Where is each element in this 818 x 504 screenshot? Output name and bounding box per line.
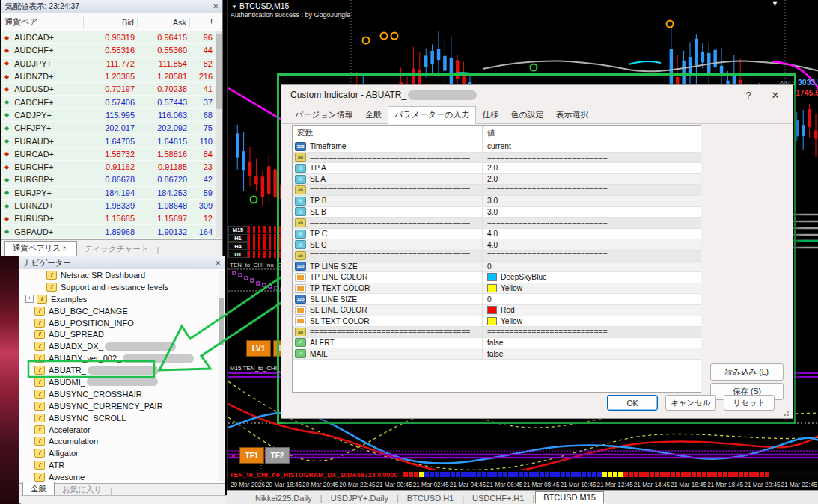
parameter-value[interactable]: Yellow <box>501 317 522 325</box>
close-icon[interactable]: ✕ <box>215 259 221 267</box>
market-watch-row[interactable]: ◆AUDNZD+1.203651.20581216 <box>1 70 222 83</box>
parameter-value[interactable]: 2.0 <box>487 164 498 172</box>
market-watch-row[interactable]: ◆GBPAUD+1.899681.90132164 <box>1 225 222 238</box>
market-watch-row[interactable]: ◆EURGBP+0.866780.8672042 <box>1 173 222 186</box>
parameter-value[interactable]: =========================== <box>487 186 608 194</box>
parameter-row[interactable]: ½TP C4.0 <box>293 229 701 240</box>
dialog-tab[interactable]: バージョン情報 <box>289 107 359 123</box>
parameter-value[interactable]: 3.0 <box>487 208 498 216</box>
navigator-item-abu-spread[interactable]: fABU_SPREAD <box>19 328 225 340</box>
parameter-row[interactable]: SL TEXT COLORYellow <box>293 316 701 328</box>
parameter-value[interactable]: false <box>487 350 504 358</box>
parameter-value[interactable]: 4.0 <box>487 230 498 238</box>
parameter-row[interactable]: ½SL B3.0 <box>293 207 701 218</box>
market-watch-row[interactable]: ◆AUDCAD+0.963190.9641596 <box>1 31 222 44</box>
parameter-value[interactable]: =========================== <box>487 328 608 336</box>
parameter-row[interactable]: TP TEXT COLORYellow <box>293 283 701 295</box>
navigator-item-alligator[interactable]: fAlligator <box>19 447 225 459</box>
parameter-value[interactable]: Yellow <box>501 284 522 292</box>
parameter-row[interactable]: ab======================================… <box>293 153 701 164</box>
parameter-row[interactable]: ½SL A2.0 <box>293 174 701 185</box>
market-watch-row[interactable]: ◆EURJPY+184.194184.25359 <box>1 187 222 200</box>
parameter-value[interactable]: DeepSkyBlue <box>501 273 547 281</box>
parameter-row[interactable]: ✓MAILfalse <box>293 348 701 360</box>
dialog-titlebar[interactable]: Custom Indicator - ABUATR_ ? ✕ <box>281 85 793 105</box>
parameter-value[interactable]: 3.0 <box>487 197 498 205</box>
parameter-row[interactable]: ✓ALERTfalse <box>293 338 701 349</box>
parameter-row[interactable]: ab======================================… <box>293 185 701 196</box>
parameter-row[interactable]: 123SL LINE SIZE0 <box>293 294 701 305</box>
close-icon[interactable]: ✕ <box>213 3 219 10</box>
market-watch-row[interactable]: ◆AUDJPY+111.772111.85482 <box>1 58 222 70</box>
market-watch-row[interactable]: ◆CADJPY+115.995116.06368 <box>1 109 222 122</box>
dialog-close-button[interactable]: ✕ <box>767 90 784 101</box>
navigator-scrollbar[interactable] <box>219 271 224 481</box>
market-watch-row[interactable]: ◆EURUSD+1.156851.1569712 <box>1 212 222 225</box>
col-bid[interactable]: Bid <box>84 18 138 27</box>
navigator-item-abu-bgc-change[interactable]: fABU_BGC_CHANGE <box>19 305 225 317</box>
navigator-item-support-and-resistance-levels[interactable]: fSupport and resistance levels <box>19 281 225 293</box>
chart-tab-usdjpy-daily[interactable]: USDJPY+.Daily <box>323 493 396 504</box>
col-spread[interactable]: ! <box>190 18 216 27</box>
expander-plus-icon[interactable]: + <box>25 295 34 303</box>
navigator-item-abudmi-[interactable]: fABUDMI_ <box>19 376 225 388</box>
parameter-row[interactable]: 123TP LINE SIZE0 <box>293 262 701 273</box>
parameter-row[interactable]: ½TP A2.0 <box>293 163 701 174</box>
tab-tick-chart[interactable]: ティックチャート <box>77 242 156 256</box>
resize-grip[interactable] <box>784 409 791 417</box>
parameter-row[interactable]: ab======================================… <box>293 251 701 262</box>
chart-tab-btcusd-m15[interactable]: BTCUSD.M15 <box>535 491 604 504</box>
tab-currency-pair-list[interactable]: 通貨ペアリスト <box>4 241 77 256</box>
navigator-item-abuatr-[interactable]: fABUATR_ <box>19 364 225 376</box>
load-button[interactable]: 読み込み (L) <box>710 363 784 381</box>
parameter-value[interactable]: false <box>487 339 504 347</box>
market-watch-row[interactable]: ◆AUDUSD+0.701970.7023841 <box>1 83 222 96</box>
chart-tab-btcusd-h1[interactable]: BTCUSD.H1 <box>400 493 461 504</box>
chart-dropdown-icon[interactable]: ▼ <box>231 4 237 10</box>
dialog-tab[interactable]: 仕様 <box>476 107 504 123</box>
navigator-item-abusync-crosshair[interactable]: fABUSYNC_CROSSHAIR <box>19 388 225 400</box>
navigator-item-netsrac-sr-dashboard[interactable]: fNetsrac SR Dashboard <box>19 269 225 281</box>
navigator-item-examples[interactable]: +fExamples <box>19 293 225 305</box>
parameter-value[interactable]: 0 <box>487 262 492 271</box>
col-symbol[interactable]: 通貨ペア <box>1 16 84 28</box>
navigator-item-accelerator[interactable]: fAccelerator <box>19 424 225 436</box>
dialog-tab[interactable]: 色の設定 <box>504 107 549 123</box>
parameter-row[interactable]: ab======================================… <box>293 327 701 338</box>
tf-button-1[interactable]: TF1 <box>239 447 264 464</box>
market-watch-row[interactable]: ◆AUDCHF+0.553160.5536044 <box>1 44 222 57</box>
market-watch-row[interactable]: ◆CADCHF+0.574060.5744337 <box>1 96 222 108</box>
parameter-value[interactable]: =========================== <box>487 153 608 162</box>
parameter-value[interactable]: 0 <box>487 295 492 304</box>
parameter-row[interactable]: ½SL C4.0 <box>293 239 701 251</box>
navigator-item-abusync-scroll[interactable]: fABUSYNC_SCROLL <box>19 412 225 424</box>
col-ask[interactable]: Ask <box>138 18 190 27</box>
help-button[interactable]: ? <box>740 90 757 101</box>
tf-button-2[interactable]: TF2 <box>265 447 290 464</box>
ok-button[interactable]: OK <box>607 395 658 411</box>
chart-tab-usdchf-h1[interactable]: USDCHF+.H1 <box>465 493 531 504</box>
market-watch-row[interactable]: ◆EURNZD+1.983391.98648309 <box>1 200 222 212</box>
market-watch-row[interactable]: ◆CHFJPY+202.017202.09275 <box>1 122 222 135</box>
parameter-row[interactable]: TP LINE COLORDeepSkyBlue <box>293 272 701 283</box>
parameter-row[interactable]: SL LINE COLORRed <box>293 305 701 316</box>
parameter-row[interactable]: 123Timeframecurrent <box>293 141 701 153</box>
market-watch-row[interactable]: ◆EURCAD+1.587321.5881684 <box>1 148 222 161</box>
navigator-item-accumulation[interactable]: fAccumulation <box>19 435 225 447</box>
parameter-row[interactable]: ½TP B3.0 <box>293 196 701 207</box>
parameter-value[interactable]: =========================== <box>487 251 608 259</box>
dialog-tab[interactable]: パラメーターの入力 <box>388 106 476 124</box>
market-watch-row[interactable]: ◆EURAUD+1.647051.64815110 <box>1 135 222 147</box>
lv-button-1[interactable]: LV1 <box>246 340 271 357</box>
dialog-tab[interactable]: 表示選択 <box>550 107 595 123</box>
market-watch-row[interactable]: ◆EURCHF+0.911620.9118523 <box>1 161 222 173</box>
parameter-row[interactable]: ab======================================… <box>293 218 701 229</box>
parameter-value[interactable]: Red <box>501 306 515 314</box>
parameter-value[interactable]: 4.0 <box>487 241 498 249</box>
parameter-value[interactable]: =========================== <box>487 218 608 227</box>
navigator-item-abusync-currency-pair[interactable]: fABUSYNC_CURRENCY_PAIR <box>19 400 225 412</box>
cancel-button[interactable]: キャンセル <box>665 395 716 411</box>
parameter-value[interactable]: current <box>487 142 511 150</box>
navigator-item-atr[interactable]: fATR <box>19 459 225 471</box>
reset-button[interactable]: リセット <box>724 395 775 411</box>
